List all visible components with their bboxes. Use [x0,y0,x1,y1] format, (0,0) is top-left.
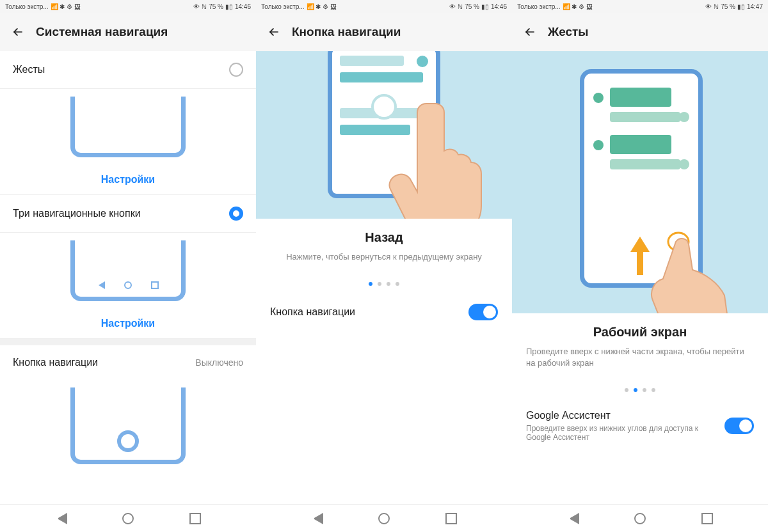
dot-active-icon [634,388,637,392]
illustration-gestures [0,89,256,165]
status-icons: 📶 ✱ ⚙ 🖼 [563,3,593,10]
option-label: Три навигационные кнопки [13,208,141,219]
battery-label: 75 % [465,3,479,10]
nav-back-icon[interactable] [568,513,579,524]
battery-icon: ▮▯ [225,3,233,10]
hand-pointer-icon [627,230,730,313]
phone-frame-icon [70,387,186,464]
dot-icon [387,282,390,286]
nav-back-icon[interactable] [312,513,323,524]
status-bar: Только экстр...📶 ✱ ⚙ 🖼 👁 ℕ75 %▮▯14:46 [256,0,512,13]
nfc-icon: 👁 ℕ [449,3,463,10]
description-text: Проведите вверх с нижней части экрана, ч… [526,346,754,369]
radio-selected-icon[interactable] [229,207,243,221]
page-title: Жесты [548,25,589,39]
dot-icon [643,388,646,392]
nav-home-icon[interactable] [634,513,646,524]
phone-frame-icon [70,240,186,301]
nav-recent-icon[interactable] [701,513,713,524]
nav-home-icon[interactable] [378,513,390,524]
status-icons: 📶 ✱ ⚙ 🖼 [307,3,337,10]
dot-active-icon [369,282,372,286]
dot-icon [652,388,655,392]
nav-home-icon [124,281,132,289]
toggle-label: Кнопка навигации [270,306,355,318]
option-value: Выключено [195,357,243,368]
dot-icon [396,282,399,286]
toggle-label: Google Ассистент [526,410,699,421]
page-indicator [256,274,512,293]
clock-label: 14:47 [747,3,763,10]
dot-icon [625,388,628,392]
battery-icon: ▮▯ [737,3,745,10]
radio-unselected-icon[interactable] [229,63,243,77]
option-gestures[interactable]: Жесты [0,51,256,89]
clock-label: 14:46 [235,3,251,10]
battery-icon: ▮▯ [481,3,489,10]
status-bar: Только экстр...📶 ✱ ⚙ 🖼 👁 ℕ75 %▮▯14:46 [0,0,256,13]
toggle-google-assistant[interactable]: Google Ассистент Проведите вверх из нижн… [512,400,768,452]
nfc-icon: 👁 ℕ [705,3,719,10]
clock-label: 14:46 [491,3,507,10]
option-three-buttons[interactable]: Три навигационные кнопки [0,195,256,233]
hero-illustration [512,51,768,313]
description-text: Нажмите, чтобы вернуться к предыдущему э… [270,251,498,263]
page-title: Системная навигация [36,25,168,39]
nav-recent-icon[interactable] [445,513,457,524]
screen-gestures: Только экстр...📶 ✱ ⚙ 🖼 👁 ℕ75 %▮▯14:47 Же… [512,0,768,532]
nav-back-icon [97,281,105,289]
description-block: Назад Нажмите, чтобы вернуться к предыду… [256,219,512,274]
switch-on-icon[interactable] [724,418,754,434]
carrier-label: Только экстр... [517,3,561,10]
carrier-label: Только экстр... [261,3,305,10]
system-nav-bar [0,504,256,532]
status-bar: Только экстр...📶 ✱ ⚙ 🖼 👁 ℕ75 %▮▯14:47 [512,0,768,13]
option-nav-button[interactable]: Кнопка навигации Выключено [0,345,256,380]
title-bar: Кнопка навигации [256,13,512,51]
phone-frame-icon [70,97,186,157]
system-nav-bar [256,504,512,532]
settings-link[interactable]: Настройки [0,165,256,195]
screen-system-navigation: Только экстр...📶 ✱ ⚙ 🖼 👁 ℕ75 %▮▯14:46 Си… [0,0,256,532]
back-icon[interactable] [268,26,280,38]
settings-link[interactable]: Настройки [0,309,256,339]
battery-label: 75 % [721,3,735,10]
page-title: Кнопка навигации [292,25,401,39]
nav-circle-icon [117,430,139,452]
description-block: Рабочий экран Проведите вверх с нижней ч… [512,313,768,380]
battery-label: 75 % [209,3,223,10]
option-label: Кнопка навигации [13,357,98,368]
description-title: Назад [270,230,498,245]
nav-recent-icon [151,281,159,289]
nav-recent-icon[interactable] [189,513,201,524]
screen-nav-button: Только экстр...📶 ✱ ⚙ 🖼 👁 ℕ75 %▮▯14:46 Кн… [256,0,512,532]
nav-back-icon[interactable] [56,513,67,524]
option-label: Жесты [13,64,45,75]
switch-on-icon[interactable] [468,304,498,320]
illustration-three-buttons [0,233,256,309]
hero-illustration [256,51,512,219]
system-nav-bar [512,504,768,532]
title-bar: Жесты [512,13,768,51]
section-divider [0,339,256,345]
hand-pointer-icon [378,97,493,219]
illustration-nav-button [0,380,256,472]
back-icon[interactable] [12,26,24,38]
nfc-icon: 👁 ℕ [193,3,207,10]
back-icon[interactable] [524,26,536,38]
title-bar: Системная навигация [0,13,256,51]
nav-home-icon[interactable] [122,513,134,524]
toggle-subtitle: Проведите вверх из нижних углов для дост… [526,424,699,442]
carrier-label: Только экстр... [5,3,49,10]
dot-icon [378,282,381,286]
status-icons: 📶 ✱ ⚙ 🖼 [51,3,81,10]
page-indicator [512,380,768,400]
toggle-nav-button[interactable]: Кнопка навигации [256,293,512,331]
description-title: Рабочий экран [526,325,754,340]
